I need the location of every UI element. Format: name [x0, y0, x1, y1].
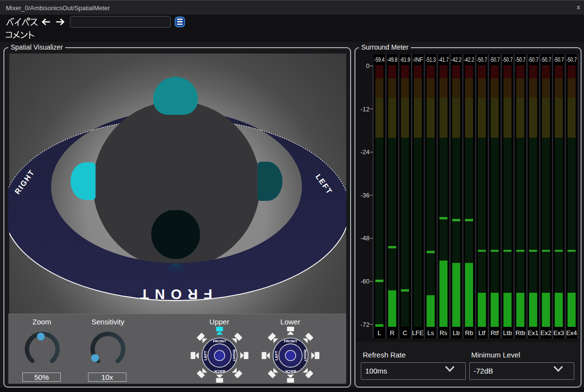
svg-text:-50.7: -50.7	[490, 56, 500, 63]
svg-text:-59.4: -59.4	[374, 56, 385, 63]
svg-text:-50.7: -50.7	[528, 56, 539, 63]
svg-text:-48: -48	[360, 234, 370, 242]
svg-text:C: C	[403, 329, 407, 337]
svg-text:Ltf: Ltf	[478, 329, 486, 337]
svg-text:-41.7: -41.7	[438, 56, 449, 63]
svg-text:-60: -60	[360, 278, 370, 285]
svg-text:-42.2: -42.2	[451, 56, 462, 63]
svg-text:L: L	[377, 329, 381, 337]
svg-text:-50.7: -50.7	[541, 56, 551, 63]
svg-text:Lb: Lb	[453, 329, 460, 337]
svg-text:0: 0	[366, 62, 370, 70]
svg-text:-42.2: -42.2	[464, 56, 475, 63]
svg-text:Ex2: Ex2	[540, 329, 551, 337]
svg-text:Rs: Rs	[440, 329, 447, 337]
svg-text:-61.9: -61.9	[400, 56, 410, 63]
svg-text:LFE: LFE	[412, 329, 424, 337]
svg-text:-51.3: -51.3	[425, 56, 436, 63]
svg-text:-49.8: -49.8	[387, 56, 398, 63]
svg-text:Ltb: Ltb	[503, 329, 512, 337]
svg-text:-50.7: -50.7	[515, 56, 526, 63]
svg-text:-36: -36	[360, 192, 370, 199]
svg-text:Ex3: Ex3	[553, 329, 564, 337]
svg-text:-50.7: -50.7	[566, 56, 577, 63]
svg-text:-50.7: -50.7	[502, 56, 513, 63]
svg-text:-12: -12	[360, 106, 370, 113]
svg-text:Ls: Ls	[427, 329, 434, 337]
svg-text:FRONT: FRONT	[135, 286, 212, 302]
svg-text:-INF: -INF	[412, 56, 423, 63]
svg-text:-24: -24	[360, 148, 370, 156]
svg-text:-50.7: -50.7	[553, 56, 564, 63]
svg-text:Ex4: Ex4	[566, 329, 577, 337]
svg-text:-50.7: -50.7	[477, 56, 487, 63]
svg-text:Rtf: Rtf	[491, 329, 499, 337]
svg-text:-72: -72	[360, 321, 370, 328]
svg-text:Rb: Rb	[465, 329, 473, 337]
svg-text:Ex1: Ex1	[528, 329, 538, 337]
svg-text:Rtb: Rtb	[515, 329, 525, 337]
svg-text:R: R	[390, 329, 394, 337]
